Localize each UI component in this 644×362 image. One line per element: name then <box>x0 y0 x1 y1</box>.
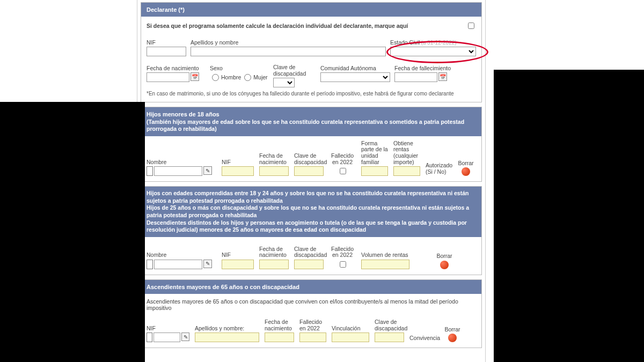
ascendientes-subtitle: Ascendientes mayores de 65 años o con di… <box>147 298 476 311</box>
col-nombre: Nombre <box>147 148 216 165</box>
col-fallecido: Fallecido en 2022 <box>329 148 356 165</box>
asc-vinculacion-input[interactable] <box>332 333 369 342</box>
edit-icon[interactable]: ✎ <box>203 260 212 268</box>
clave-disc-select[interactable] <box>273 78 295 87</box>
calendar-icon[interactable]: 📅 <box>438 72 447 81</box>
col-vinculacion: Vinculación <box>332 314 369 331</box>
h1824-volumen-input[interactable] <box>361 260 409 269</box>
edit-icon[interactable]: ✎ <box>203 166 212 175</box>
asc-fechanac-input[interactable] <box>265 333 294 342</box>
estado-civil-label: Estado Civil (a 31-12-2022) <box>390 34 476 46</box>
silhouette-woman <box>494 70 644 362</box>
col-fecha-nac: Fecha de nacimiento <box>259 241 289 258</box>
col-autorizado: Autorizado (Si / No) <box>426 158 452 175</box>
section-ascendientes: Ascendientes mayores de 65 años o con di… <box>141 279 482 348</box>
hijos-menores-subtitle: (También hijos mayores de edad sobre los… <box>147 119 476 133</box>
asc-apellidos-input[interactable] <box>195 333 259 342</box>
hm-nif-input[interactable] <box>222 166 254 176</box>
hm-fechanac-input[interactable] <box>259 166 289 176</box>
estado-civil-select[interactable] <box>390 47 476 56</box>
comunidad-label: Comunidad Autónoma <box>320 60 390 71</box>
edit-icon[interactable]: ✎ <box>181 333 189 341</box>
col-apellidos: Apellidos y nombre: <box>195 314 259 331</box>
sexo-label: Sexo <box>210 60 269 71</box>
sexo-mujer-label: Mujer <box>253 74 267 80</box>
section-declarante: Declarante (*) Si desea que el programa … <box>141 2 482 102</box>
col-clave-disc: Clave de discapacidad <box>294 241 324 258</box>
col-formaparte: Forma parte de la unidad familiar <box>361 141 388 165</box>
col-fallecido: Fallecido en 2022 <box>299 314 326 331</box>
apellidos-label: Apellidos y nombre <box>191 34 386 46</box>
section-hijos-1824: Hijos con edades comprendidas entre 18 y… <box>141 186 482 275</box>
h1824-nif-input[interactable] <box>222 260 254 269</box>
cursor-icon <box>147 333 152 342</box>
sexo-mujer-radio[interactable] <box>244 74 251 81</box>
asc-nif-input[interactable] <box>153 333 180 342</box>
fecha-nac-input[interactable] <box>147 72 189 82</box>
h1824-clavedisc-input[interactable] <box>294 260 324 269</box>
col-nif: NIF <box>222 241 254 258</box>
col-volumen: Volumen de rentas <box>361 241 409 258</box>
section-header-declarante: Declarante (*) <box>141 3 481 17</box>
h1824-nombre-input[interactable] <box>154 260 202 269</box>
ascendientes-title: Ascendientes mayores de 65 años o con di… <box>147 284 299 290</box>
nif-label: NIF <box>147 34 186 46</box>
col-borrar: Borrar <box>458 149 473 166</box>
col-fecha-nac: Fecha de nacimiento <box>259 148 289 165</box>
comunidad-select[interactable] <box>320 72 390 82</box>
declarante-footnote: *En caso de matrimonio, si uno de los có… <box>147 91 476 97</box>
delete-button[interactable] <box>440 261 449 269</box>
col-obtienerentas: Obtiene rentas (cualquier importe) <box>393 141 420 165</box>
individual-prompt: Si desea que el programa solamente calcu… <box>147 23 408 29</box>
sexo-hombre-radio[interactable] <box>212 74 219 81</box>
delete-button[interactable] <box>462 167 470 176</box>
nif-input[interactable] <box>147 47 186 56</box>
hm-formaparte-input[interactable] <box>361 166 388 176</box>
h1824-fechanac-input[interactable] <box>259 260 289 269</box>
section-header-hijos-menores: Hijos menores de 18 años (También hijos … <box>141 107 481 136</box>
asc-fallecido-input[interactable] <box>299 333 326 342</box>
h1824-fallecido-checkbox[interactable] <box>340 261 346 268</box>
col-borrar: Borrar <box>436 242 452 260</box>
fecha-fall-label: Fecha de fallecimiento <box>394 60 459 71</box>
col-borrar: Borrar <box>444 315 460 333</box>
declarante-title: Declarante (*) <box>147 6 185 13</box>
col-fallecido: Fallecido en 2022 <box>329 241 356 258</box>
sexo-hombre-label: Hombre <box>221 74 241 80</box>
h1824-title2: Hijos de 25 años o más con discapacidad … <box>147 204 476 219</box>
section-header-ascendientes: Ascendientes mayores de 65 años o con di… <box>141 280 481 294</box>
apellidos-input[interactable] <box>191 47 386 56</box>
estado-civil-hint: (a 31-12-2022) <box>421 40 456 46</box>
col-fecha-nac: Fecha de nacimiento <box>265 314 294 331</box>
section-header-hijos-1824: Hijos con edades comprendidas entre 18 y… <box>141 187 481 237</box>
col-clave-disc: Clave de discapacidad <box>294 148 324 165</box>
cursor-icon <box>147 166 153 176</box>
delete-button[interactable] <box>448 334 457 342</box>
col-nif: NIF <box>147 314 189 331</box>
asc-clavedisc-input[interactable] <box>375 333 404 342</box>
h1824-title1: Hijos con edades comprendidas entre 18 y… <box>147 190 476 204</box>
col-nif: NIF <box>222 148 254 165</box>
hijos-menores-title: Hijos menores de 18 años <box>147 111 219 117</box>
clave-disc-label: Clave de discapacidad <box>273 60 316 77</box>
col-clave-disc: Clave de discapacidad <box>375 314 404 331</box>
hm-nombre-input[interactable] <box>154 166 202 176</box>
col-convivencia: Convivencia <box>409 324 439 341</box>
col-nombre: Nombre <box>147 241 216 258</box>
individual-checkbox[interactable] <box>468 23 474 29</box>
hm-fallecido-checkbox[interactable] <box>340 168 346 174</box>
h1824-title3: Descendientes distintos de los hijos y p… <box>147 219 476 234</box>
silhouette-man <box>0 102 145 362</box>
fecha-nac-label: Fecha de nacimiento <box>147 60 206 71</box>
fecha-fall-input[interactable] <box>394 72 437 82</box>
hm-clavedisc-input[interactable] <box>294 166 324 176</box>
section-hijos-menores: Hijos menores de 18 años (También hijos … <box>141 107 482 182</box>
calendar-icon[interactable]: 📅 <box>191 72 199 81</box>
hm-obtienerentas-input[interactable] <box>393 166 420 176</box>
cursor-icon <box>147 260 153 269</box>
